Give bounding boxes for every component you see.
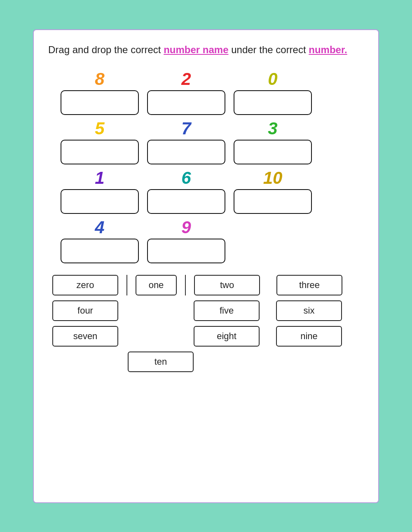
number-cell-1: 1 (61, 169, 139, 214)
drop-box-2[interactable] (147, 90, 225, 115)
drop-box-7[interactable] (147, 140, 225, 164)
word-nine[interactable]: nine (276, 326, 342, 347)
word-two[interactable]: two (194, 275, 260, 295)
number-2: 2 (181, 70, 191, 89)
number-0: 0 (268, 70, 277, 89)
word-one[interactable]: one (136, 275, 177, 295)
divider-2 (185, 275, 186, 295)
instruction-prefix: Drag and drop the correct (48, 44, 164, 55)
number-cell-8: 8 (61, 70, 139, 115)
instruction-middle: under the correct (229, 44, 309, 55)
drop-box-8[interactable] (61, 90, 139, 115)
number-cell-4: 4 (61, 218, 139, 263)
drop-box-6[interactable] (147, 189, 225, 214)
number-cell-3: 3 (234, 119, 312, 164)
word-four[interactable]: four (52, 300, 118, 321)
word-eight[interactable]: eight (194, 326, 260, 347)
number-row-2: 5 7 3 (61, 119, 364, 164)
number-cell-9: 9 (147, 218, 225, 263)
divider-1 (126, 275, 127, 295)
word-zero[interactable]: zero (52, 275, 118, 295)
words-row-4: ten (128, 352, 364, 372)
word-seven[interactable]: seven (52, 326, 118, 347)
number-row-1: 8 2 0 (61, 70, 364, 115)
number-cell-10: 10 (234, 169, 312, 214)
grid-area: 8 2 0 5 7 3 (48, 70, 364, 377)
number-4: 4 (95, 218, 104, 237)
number-cell-7: 7 (147, 119, 225, 164)
number-name-highlight: number name (164, 44, 228, 55)
number-5: 5 (95, 119, 104, 138)
words-section: zero one two three four five six seven e… (52, 275, 364, 377)
main-card: Drag and drop the correct number name un… (33, 29, 379, 503)
drop-box-1[interactable] (61, 189, 139, 214)
drop-box-5[interactable] (61, 140, 139, 164)
words-row-2: four five six (52, 300, 364, 321)
word-five[interactable]: five (194, 300, 260, 321)
number-row-3: 1 6 10 (61, 169, 364, 214)
drop-box-3[interactable] (234, 140, 312, 164)
drop-box-10[interactable] (234, 189, 312, 214)
drop-box-4[interactable] (61, 239, 139, 263)
number-cell-5: 5 (61, 119, 139, 164)
number-3: 3 (268, 119, 277, 138)
number-cell-2: 2 (147, 70, 225, 115)
number-highlight: number. (309, 44, 347, 55)
number-6: 6 (181, 169, 191, 187)
number-10: 10 (263, 169, 283, 187)
number-9: 9 (181, 218, 191, 237)
instructions-text: Drag and drop the correct number name un… (48, 42, 364, 57)
number-cell-6: 6 (147, 169, 225, 214)
drop-box-0[interactable] (234, 90, 312, 115)
word-ten[interactable]: ten (128, 352, 194, 372)
number-cell-0: 0 (234, 70, 312, 115)
number-8: 8 (95, 70, 104, 89)
word-three[interactable]: three (276, 275, 342, 295)
drop-box-9[interactable] (147, 239, 225, 263)
number-row-4: 4 9 (61, 218, 364, 263)
word-six[interactable]: six (276, 300, 342, 321)
number-1: 1 (95, 169, 104, 187)
words-row-1: zero one two three (52, 275, 364, 295)
number-7: 7 (181, 119, 191, 138)
words-row-3: seven eight nine (52, 326, 364, 347)
